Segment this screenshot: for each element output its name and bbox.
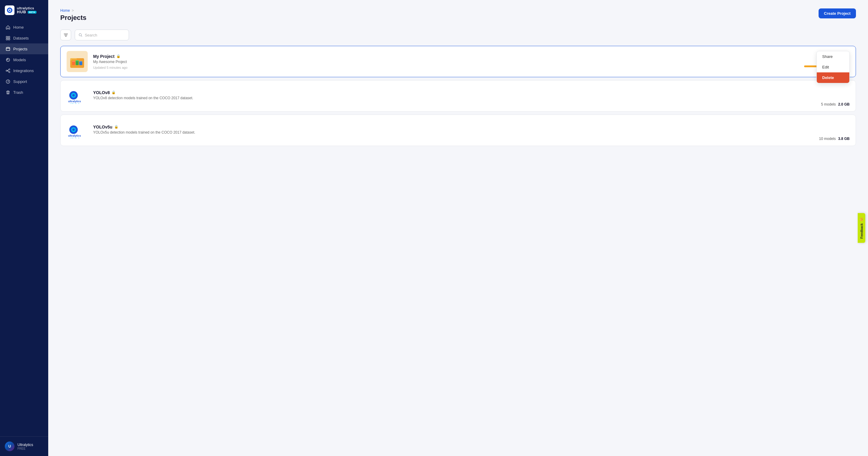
- logo-hub: HUB: [17, 10, 26, 14]
- svg-rect-6: [8, 38, 10, 40]
- project-card-my-project[interactable]: My Project 🔒 My Awesome Project Updated …: [60, 46, 856, 77]
- user-name: Ultralytics: [18, 443, 33, 447]
- project-card-yolov8[interactable]: ultralytics YOLOv8 YOLOv8 🔒 YOLOv8 detec…: [60, 80, 856, 112]
- sidebar: ultralytics HUB BETA Home: [0, 0, 48, 456]
- svg-text:YOLOv8: YOLOv8: [70, 103, 80, 104]
- models-icon: [5, 57, 10, 62]
- projects-list: My Project 🔒 My Awesome Project Updated …: [60, 46, 856, 149]
- project-meta-yolov5u: 10 models 3.8 GB: [819, 137, 849, 141]
- search-icon: [79, 33, 82, 37]
- sidebar-item-home[interactable]: Home: [0, 22, 48, 33]
- project-name-row-yolov8: YOLOv8 🔒: [93, 90, 821, 95]
- search-wrap: [75, 30, 129, 40]
- feedback-button[interactable]: Feedback 😊: [858, 213, 865, 243]
- size-yolov5u: 3.8 GB: [838, 137, 849, 141]
- breadcrumb: Home >: [60, 8, 87, 13]
- project-info-yolov8: YOLOv8 🔒 YOLOv8 detection models trained…: [93, 90, 821, 102]
- sidebar-item-projects[interactable]: Projects: [0, 44, 48, 54]
- filter-button[interactable]: [60, 30, 71, 40]
- project-updated: Updated 5 minutes ago: [93, 66, 835, 69]
- feedback-emoji: 😊: [860, 218, 864, 222]
- svg-point-12: [9, 72, 10, 73]
- logo-area: ultralytics HUB BETA: [0, 0, 48, 19]
- filter-icon: [64, 33, 68, 37]
- sidebar-item-datasets[interactable]: Datasets: [0, 33, 48, 44]
- sidebar-label-support: Support: [13, 79, 27, 84]
- user-row[interactable]: U Ultralytics FREE: [5, 441, 43, 451]
- logo-text: ultralytics HUB BETA: [17, 7, 36, 14]
- toolbar: [60, 30, 856, 40]
- breadcrumb-home[interactable]: Home: [60, 8, 70, 13]
- projects-icon: [5, 47, 10, 51]
- svg-rect-7: [6, 47, 10, 50]
- sidebar-nav: Home Datasets: [0, 19, 48, 436]
- svg-point-10: [6, 70, 7, 71]
- sidebar-item-support[interactable]: Support: [0, 76, 48, 87]
- yolov5-logo: ultralytics YOLOv5: [67, 122, 87, 138]
- sidebar-label-models: Models: [13, 58, 26, 62]
- user-plan: FREE: [18, 447, 33, 450]
- folder-icon: [69, 53, 85, 70]
- home-icon: [5, 25, 10, 30]
- svg-text:YOLOv5: YOLOv5: [70, 137, 80, 138]
- svg-point-2: [9, 10, 10, 11]
- svg-point-32: [72, 129, 75, 131]
- project-name-yolov5u: YOLOv5u: [93, 124, 113, 130]
- svg-rect-3: [6, 36, 7, 38]
- search-input[interactable]: [85, 33, 125, 37]
- project-meta-yolov8: 5 models 2.0 GB: [821, 102, 849, 107]
- svg-rect-5: [6, 38, 7, 40]
- svg-rect-24: [79, 61, 82, 62]
- dropdown-share[interactable]: Share: [817, 51, 849, 62]
- project-info-my-project: My Project 🔒 My Awesome Project Updated …: [93, 54, 835, 69]
- top-bar-left: Home > Projects: [60, 8, 87, 28]
- sidebar-item-models[interactable]: Models: [0, 54, 48, 65]
- support-icon: [5, 79, 10, 84]
- datasets-icon: [5, 36, 10, 40]
- models-count-yolov8: 5 models: [821, 102, 836, 107]
- project-dropdown-menu: Share Edit Delete: [816, 51, 849, 83]
- integrations-icon: [5, 68, 10, 73]
- svg-rect-4: [8, 36, 10, 38]
- project-thumbnail-yolov5u: ultralytics YOLOv5: [67, 120, 88, 141]
- sidebar-item-integrations[interactable]: Integrations: [0, 65, 48, 76]
- yolov8-logo: ultralytics YOLOv8: [67, 88, 87, 104]
- svg-text:ultralytics: ultralytics: [68, 100, 81, 103]
- project-info-yolov5u: YOLOv5u 🔒 YOLOv5u detection models train…: [93, 124, 819, 136]
- user-info: Ultralytics FREE: [18, 443, 33, 450]
- sidebar-label-trash: Trash: [13, 90, 23, 95]
- project-card-yolov5u[interactable]: ultralytics YOLOv5 YOLOv5u 🔒 YOLOv5u det…: [60, 115, 856, 146]
- models-count-yolov5u: 10 models: [819, 137, 836, 141]
- avatar: U: [5, 441, 14, 451]
- svg-point-27: [72, 94, 75, 96]
- main-content: Home > Projects Create Project: [48, 0, 868, 456]
- svg-rect-23: [76, 60, 79, 61]
- trash-icon: [5, 90, 10, 95]
- sidebar-bottom: U Ultralytics FREE: [0, 436, 48, 456]
- breadcrumb-sep: >: [72, 8, 74, 13]
- svg-rect-22: [72, 61, 75, 62]
- beta-badge: BETA: [28, 11, 36, 13]
- lock-icon-yolov8: 🔒: [112, 90, 116, 94]
- project-description-yolov5u: YOLOv5u detection models trained on the …: [93, 130, 819, 135]
- project-name-row-yolov5u: YOLOv5u 🔒: [93, 124, 819, 130]
- dropdown-delete[interactable]: Delete: [817, 73, 849, 83]
- sidebar-label-projects: Projects: [13, 47, 27, 51]
- project-card-right-yolov8: 5 models 2.0 GB: [821, 85, 849, 107]
- dropdown-edit[interactable]: Edit: [817, 62, 849, 73]
- top-bar: Home > Projects Create Project: [60, 8, 856, 28]
- create-project-button[interactable]: Create Project: [818, 8, 856, 19]
- svg-text:ultralytics: ultralytics: [68, 134, 81, 137]
- project-name: My Project: [93, 54, 115, 59]
- lock-icon: 🔒: [116, 54, 121, 58]
- sidebar-item-trash[interactable]: Trash: [0, 87, 48, 98]
- project-name-row: My Project 🔒: [93, 54, 835, 59]
- svg-point-14: [7, 82, 8, 83]
- project-card-right-yolov5u: 10 models 3.8 GB: [819, 120, 849, 141]
- logo-icon: [5, 5, 14, 15]
- project-description-yolov8: YOLOv8 detection models trained on the C…: [93, 96, 821, 100]
- project-thumbnail-my-project: [67, 51, 88, 72]
- feedback-label: Feedback: [860, 224, 864, 239]
- project-thumbnail-yolov8: ultralytics YOLOv8: [67, 85, 88, 107]
- project-description: My Awesome Project: [93, 60, 835, 64]
